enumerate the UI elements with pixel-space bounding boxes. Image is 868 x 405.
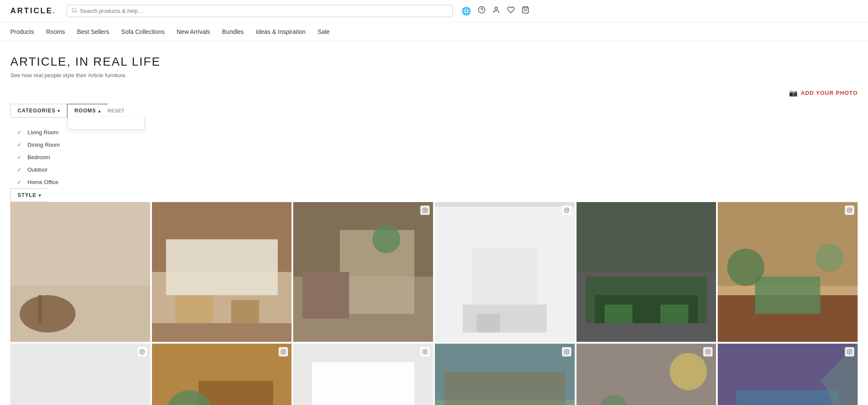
svg-rect-29 [565, 208, 569, 212]
photo-3[interactable] [293, 202, 433, 342]
style-chevron-icon: ▾ [39, 193, 41, 198]
dropdown-item-dining-room[interactable]: ✓ Dining Room [10, 139, 858, 151]
categories-label: CATEGORIES [18, 108, 55, 114]
camera-icon: 📷 [789, 89, 798, 97]
photo-2[interactable] [152, 202, 292, 342]
nav-ideas-inspiration[interactable]: Ideas & Inspiration [256, 28, 306, 35]
rooms-label: ROOMS [74, 108, 96, 114]
svg-rect-33 [577, 202, 716, 272]
dining-room-label: Dining Room [27, 142, 60, 148]
header-icons: 🌐 [461, 6, 529, 16]
home-office-label: Home Office [27, 179, 58, 185]
photo-5[interactable] [577, 202, 716, 342]
check-icon-dining-room: ✓ [17, 142, 23, 148]
logo-dot: . [53, 6, 56, 15]
svg-point-99 [850, 351, 851, 351]
svg-rect-95 [737, 390, 839, 405]
page-subtitle: See how real people style their Article … [10, 72, 858, 79]
svg-rect-19 [303, 272, 349, 319]
photo-9[interactable] [293, 344, 433, 405]
svg-rect-21 [423, 208, 427, 212]
svg-point-0 [72, 8, 76, 12]
dropdown-item-outdoor[interactable]: ✓ Outdoor [10, 163, 858, 176]
svg-rect-12 [166, 239, 278, 295]
instagram-icon-9 [420, 347, 430, 357]
svg-rect-97 [847, 350, 852, 354]
svg-rect-47 [10, 344, 150, 405]
rooms-dropdown [67, 117, 145, 130]
svg-rect-76 [444, 372, 565, 405]
instagram-icon-4 [562, 206, 571, 215]
wishlist-icon[interactable] [507, 6, 515, 16]
style-filter-button[interactable]: STYLE ▾ [10, 188, 48, 202]
check-icon-outdoor: ✓ [17, 167, 23, 173]
svg-rect-58 [198, 381, 273, 405]
check-icon-bedroom: ✓ [17, 154, 23, 160]
dropdown-item-home-office[interactable]: ✓ Home Office [10, 176, 858, 188]
svg-point-22 [424, 209, 426, 211]
svg-point-4 [495, 7, 498, 9]
svg-rect-9 [38, 295, 42, 323]
photo-7[interactable] [10, 344, 150, 405]
nav-products[interactable]: Products [10, 28, 34, 35]
svg-point-45 [849, 209, 850, 211]
search-input[interactable] [80, 8, 448, 14]
svg-point-43 [816, 244, 844, 272]
nav-best-sellers[interactable]: Best Sellers [77, 28, 109, 35]
photo-1[interactable] [10, 202, 150, 342]
svg-point-63 [282, 351, 284, 353]
nav-new-arrivals[interactable]: New Arrivals [176, 28, 210, 35]
svg-rect-71 [423, 350, 427, 354]
svg-rect-44 [847, 208, 852, 212]
svg-rect-37 [660, 305, 688, 323]
svg-rect-90 [706, 350, 710, 354]
instagram-icon-8 [279, 347, 288, 357]
svg-point-42 [727, 249, 765, 286]
nav-rooms[interactable]: Rooms [46, 28, 65, 35]
rooms-filter-button[interactable]: ROOMS ▴ [67, 104, 107, 118]
svg-point-88 [670, 353, 707, 390]
instagram-icon-10 [562, 347, 571, 357]
svg-rect-28 [477, 314, 500, 332]
svg-point-54 [141, 351, 143, 353]
search-icon [71, 7, 77, 15]
help-icon[interactable] [478, 6, 486, 16]
page-title: ARTICLE, IN REAL LIFE [10, 55, 858, 69]
site-logo[interactable]: ARTICLE. [10, 6, 56, 15]
outdoor-label: Outdoor [27, 166, 48, 173]
rooms-chevron-icon: ▴ [98, 109, 101, 113]
photo-12[interactable] [718, 344, 858, 405]
svg-line-1 [76, 12, 77, 13]
account-icon[interactable] [492, 6, 500, 16]
add-photo-label: ADD YOUR PHOTO [801, 90, 858, 96]
search-bar[interactable] [67, 5, 453, 17]
instagram-icon-11 [703, 347, 713, 357]
reset-button[interactable]: RESET [108, 108, 124, 113]
svg-rect-15 [152, 323, 292, 342]
add-photo-button[interactable]: 📷 ADD YOUR PHOTO [789, 89, 858, 97]
nav-sofa-collections[interactable]: Sofa Collections [121, 28, 164, 35]
dropdown-item-bedroom[interactable]: ✓ Bedroom [10, 151, 858, 163]
categories-filter-button[interactable]: CATEGORIES ▾ [10, 104, 67, 118]
cart-icon[interactable] [522, 6, 529, 16]
photo-8[interactable] [152, 344, 292, 405]
photo-6[interactable] [718, 202, 858, 342]
photo-4[interactable] [435, 202, 575, 342]
svg-point-91 [707, 351, 709, 353]
style-label: STYLE [18, 192, 36, 198]
main-nav: Products Rooms Best Sellers Sofa Collect… [0, 22, 868, 41]
svg-rect-41 [755, 277, 820, 314]
filters-row: CATEGORIES ▾ ROOMS ▴ RESET [10, 104, 858, 118]
svg-point-72 [424, 351, 426, 353]
dropdown-header [68, 121, 144, 126]
add-photo-row: 📷 ADD YOUR PHOTO [10, 89, 858, 97]
svg-rect-26 [472, 249, 537, 305]
flag-icon[interactable]: 🌐 [461, 6, 471, 16]
nav-bundles[interactable]: Bundles [222, 28, 244, 35]
svg-rect-27 [463, 305, 546, 332]
svg-rect-13 [175, 295, 212, 323]
photo-11[interactable] [577, 344, 716, 405]
check-icon-home-office: ✓ [17, 179, 23, 185]
nav-sale[interactable]: Sale [318, 28, 330, 35]
photo-10[interactable] [435, 344, 575, 405]
